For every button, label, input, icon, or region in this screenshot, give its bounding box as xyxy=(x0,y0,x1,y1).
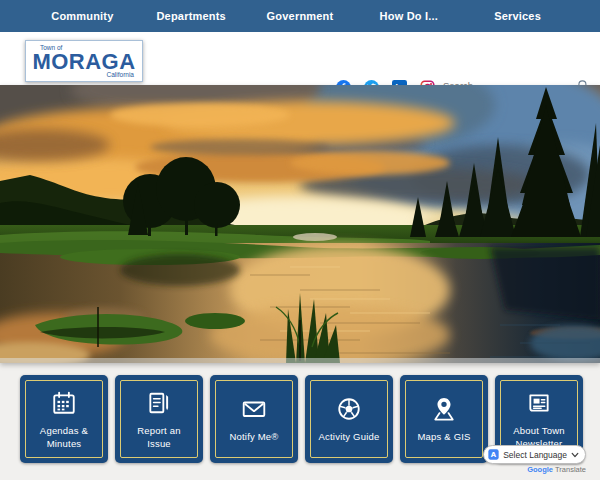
envelope-icon xyxy=(240,394,268,424)
soccer-ball-icon xyxy=(336,394,362,424)
notify-me-label: Notify Me® xyxy=(229,431,278,444)
nav-item-government[interactable]: Government xyxy=(246,0,355,32)
select-language-label: Select Language xyxy=(503,450,567,460)
logo-california: California xyxy=(107,71,134,78)
nav-item-community[interactable]: Community xyxy=(28,0,137,32)
activity-guide-button[interactable]: Activity Guide xyxy=(305,375,393,463)
moraga-homepage: Community Departments Government How Do … xyxy=(0,0,600,480)
site-logo[interactable]: Town of MORAGA California xyxy=(25,40,143,82)
google-translate-attribution: Google Translate xyxy=(476,465,586,474)
calendar-icon xyxy=(51,388,77,418)
agendas-minutes-label: Agendas & Minutes xyxy=(29,425,99,451)
maps-gis-label: Maps & GIS xyxy=(417,431,470,444)
chevron-down-icon xyxy=(571,451,579,459)
translate-word: Translate xyxy=(555,465,586,474)
activity-guide-label: Activity Guide xyxy=(319,431,380,444)
newspaper-icon xyxy=(526,388,552,418)
nav-item-departments[interactable]: Departments xyxy=(137,0,246,32)
maps-gis-button[interactable]: Maps & GIS xyxy=(400,375,488,463)
select-language-dropdown[interactable]: A Select Language xyxy=(483,445,586,464)
notify-me-button[interactable]: Notify Me® xyxy=(210,375,298,463)
svg-text:A: A xyxy=(491,451,497,459)
google-wordmark: Google xyxy=(527,465,553,474)
hero-image xyxy=(0,85,600,363)
report-issue-label: Report an Issue xyxy=(124,425,194,451)
report-issue-button[interactable]: Report an Issue xyxy=(115,375,203,463)
agendas-minutes-button[interactable]: Agendas & Minutes xyxy=(20,375,108,463)
google-translate-widget: A Select Language Google Translate xyxy=(476,445,586,474)
site-header: Town of MORAGA California in xyxy=(0,32,600,85)
nav-item-services[interactable]: Services xyxy=(463,0,572,32)
document-pencil-icon xyxy=(146,388,172,418)
translate-icon: A xyxy=(488,449,499,460)
nav-item-how-do-i[interactable]: How Do I... xyxy=(354,0,463,32)
main-nav: Community Departments Government How Do … xyxy=(0,0,600,32)
map-pin-icon xyxy=(430,394,458,424)
